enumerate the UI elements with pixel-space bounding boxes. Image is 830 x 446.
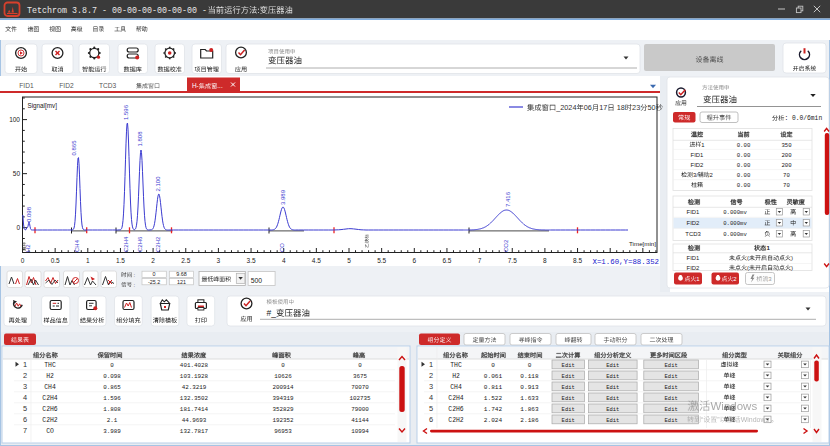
svg-text:C2H4: C2H4 xyxy=(42,395,58,402)
svg-text:0.913: 0.913 xyxy=(520,384,539,391)
svg-text:Edit: Edit xyxy=(665,395,678,402)
svg-text:3: 3 xyxy=(23,382,27,391)
svg-text:50: 50 xyxy=(13,170,21,177)
svg-text:1.5: 1.5 xyxy=(116,257,125,264)
svg-text:CH4: CH4 xyxy=(44,384,56,391)
svg-text:1.522: 1.522 xyxy=(484,395,503,402)
svg-text:Windows: Windows xyxy=(741,416,770,423)
svg-text:Edit: Edit xyxy=(665,373,678,380)
svg-text:2: 2 xyxy=(151,257,155,264)
svg-text:CO: CO xyxy=(279,243,285,252)
svg-text:Edit: Edit xyxy=(562,384,575,391)
svg-text:C2H2: C2H2 xyxy=(155,236,161,252)
svg-text:2.5: 2.5 xyxy=(181,257,190,264)
svg-text:79000: 79000 xyxy=(351,406,369,413)
svg-text:0.00: 0.00 xyxy=(737,162,751,169)
svg-text:TCD3: TCD3 xyxy=(99,82,117,89)
svg-text:0.811: 0.811 xyxy=(484,384,503,391)
svg-text:C2H4: C2H4 xyxy=(448,395,464,402)
svg-text:06: 06 xyxy=(584,103,592,112)
svg-text:0: 0 xyxy=(528,362,532,369)
svg-text:Edit: Edit xyxy=(606,373,619,380)
svg-text:Edit: Edit xyxy=(665,406,678,413)
svg-text:394319: 394319 xyxy=(272,395,294,402)
svg-text:42.3219: 42.3219 xyxy=(182,384,207,391)
svg-text:Edit: Edit xyxy=(562,362,575,369)
svg-text:0.865: 0.865 xyxy=(103,384,121,391)
svg-text:100: 100 xyxy=(9,116,20,123)
svg-text:200914: 200914 xyxy=(272,384,294,391)
svg-text:#_: #_ xyxy=(267,308,277,318)
svg-text:1: 1 xyxy=(701,142,704,148)
svg-text:1: 1 xyxy=(429,360,433,369)
svg-text:0.00: 0.00 xyxy=(737,142,751,149)
svg-text:Edit: Edit xyxy=(562,395,575,402)
svg-text:200: 200 xyxy=(781,162,792,169)
svg-text:44.9693: 44.9693 xyxy=(182,417,207,424)
svg-text:0.098: 0.098 xyxy=(26,206,32,222)
svg-text:102735: 102735 xyxy=(349,395,371,402)
svg-text:0.098: 0.098 xyxy=(103,373,121,380)
svg-text:FID2: FID2 xyxy=(687,220,700,226)
svg-text:6: 6 xyxy=(429,415,433,424)
svg-text:0.00: 0.00 xyxy=(737,152,751,159)
svg-text:6: 6 xyxy=(23,415,27,424)
svg-text:): ) xyxy=(791,255,793,261)
svg-text:H2: H2 xyxy=(452,373,460,380)
svg-text:C2H2: C2H2 xyxy=(448,417,464,424)
svg-text:9.68: 9.68 xyxy=(176,271,187,277)
svg-text:2.186: 2.186 xyxy=(520,417,539,424)
svg-text:Edit: Edit xyxy=(606,395,619,402)
svg-text:Time[min]: Time[min] xyxy=(629,240,656,247)
svg-text:2: 2 xyxy=(710,172,713,178)
svg-text:Edit: Edit xyxy=(562,406,575,413)
svg-text:0: 0 xyxy=(110,362,114,369)
svg-text:6: 6 xyxy=(412,257,416,264)
svg-text:0: 0 xyxy=(358,362,362,369)
svg-text:...: ... xyxy=(217,82,223,89)
svg-text:2.100: 2.100 xyxy=(155,176,161,192)
svg-text:132.7817: 132.7817 xyxy=(180,428,209,435)
svg-text:500: 500 xyxy=(251,277,263,284)
svg-text:Tetchrom 3.8.7 - 00-00-00-00-0: Tetchrom 3.8.7 - 00-00-00-00-00-00 - xyxy=(27,5,207,16)
svg-text:5: 5 xyxy=(23,404,27,413)
svg-text:4.5: 4.5 xyxy=(312,257,321,264)
svg-text:0.118: 0.118 xyxy=(520,373,539,380)
svg-text:0: 0 xyxy=(153,271,156,277)
svg-text:C2H6: C2H6 xyxy=(448,406,464,413)
svg-text:200: 200 xyxy=(781,152,792,159)
svg-text:10626: 10626 xyxy=(274,373,292,380)
svg-text:1: 1 xyxy=(23,360,27,369)
svg-text:103.1928: 103.1928 xyxy=(180,373,209,380)
svg-text:THC: THC xyxy=(450,362,462,369)
svg-text:8: 8 xyxy=(543,257,547,264)
svg-text:1.596: 1.596 xyxy=(103,395,121,402)
svg-text:121: 121 xyxy=(177,279,186,285)
svg-text:0: 0 xyxy=(21,257,25,264)
svg-text:3.989: 3.989 xyxy=(280,189,286,205)
svg-text:3.5: 3.5 xyxy=(247,257,256,264)
svg-text:1.633: 1.633 xyxy=(520,395,539,402)
svg-text:4: 4 xyxy=(429,393,433,402)
svg-text:7.5: 7.5 xyxy=(508,257,517,264)
svg-text:2.1: 2.1 xyxy=(107,417,118,424)
svg-text:0: 0 xyxy=(491,362,495,369)
svg-text:Edit: Edit xyxy=(606,362,619,369)
svg-text:70: 70 xyxy=(783,172,790,179)
svg-text:THC: THC xyxy=(44,362,56,369)
svg-text:: 0.0/6min: : 0.0/6min xyxy=(784,115,822,122)
svg-text:CH4: CH4 xyxy=(450,384,462,391)
svg-text:3: 3 xyxy=(429,382,433,391)
svg-text:C2H4: C2H4 xyxy=(123,236,129,252)
svg-text:Edit: Edit xyxy=(562,417,575,424)
svg-text:1.808: 1.808 xyxy=(137,131,143,147)
svg-text:6.5: 6.5 xyxy=(442,257,451,264)
svg-text:(: ( xyxy=(747,265,749,271)
svg-text:H-: H- xyxy=(192,82,199,89)
svg-text:352829: 352829 xyxy=(272,406,294,413)
svg-text:Edit: Edit xyxy=(606,417,619,424)
svg-text:2: 2 xyxy=(429,371,433,380)
svg-text:3.989: 3.989 xyxy=(103,428,121,435)
svg-text:FID1: FID1 xyxy=(687,255,700,261)
svg-text:CO2: CO2 xyxy=(503,239,509,252)
